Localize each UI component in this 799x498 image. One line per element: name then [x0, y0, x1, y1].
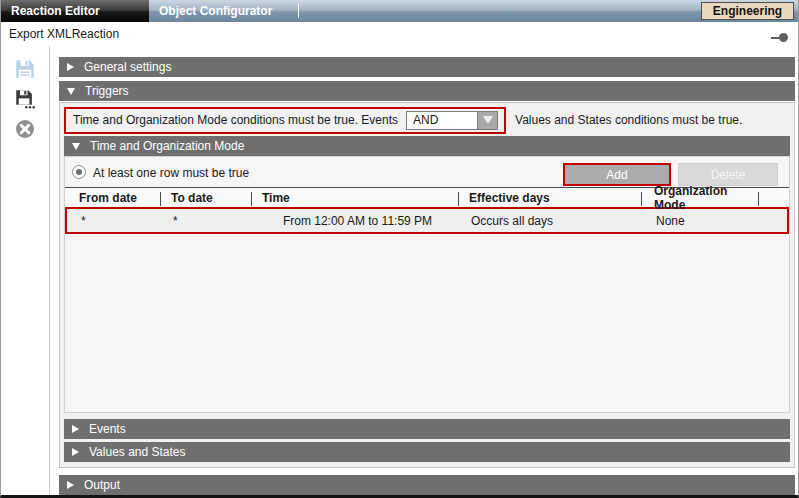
top-tab-bar: Reaction Editor Object Configurator Engi…: [1, 0, 798, 22]
dropdown-value: AND: [413, 113, 438, 127]
cell-spacer: [761, 209, 787, 232]
tab-divider: [298, 3, 299, 18]
section-label: General settings: [84, 60, 171, 74]
cancel-circle-icon: [15, 119, 35, 139]
tab-label: Object Configurator: [159, 4, 272, 18]
save-as-button[interactable]: [14, 88, 36, 110]
tab-reaction-editor[interactable]: Reaction Editor: [1, 0, 149, 22]
delete-button-label: Delete: [711, 168, 746, 182]
trigger-condition-row: Time and Organization Mode conditions mu…: [64, 106, 742, 134]
time-org-mode-panel: At least one row must be true Add Delete…: [64, 156, 790, 413]
section-header-output[interactable]: Output: [59, 475, 795, 495]
chevron-right-icon: [67, 63, 74, 71]
events-operator-dropdown[interactable]: AND: [406, 111, 498, 130]
column-header-to-date[interactable]: To date: [161, 192, 252, 206]
toolbar-sidebar: [1, 46, 50, 498]
reaction-editor-window: Reaction Editor Object Configurator Engi…: [0, 0, 799, 498]
tab-label: Reaction Editor: [11, 4, 100, 18]
editor-content: General settings Triggers Time and Organ…: [58, 46, 796, 498]
chevron-down-icon: [483, 116, 493, 124]
cell-to-date: *: [163, 209, 254, 232]
dropdown-button[interactable]: [477, 112, 497, 129]
column-header-effective-days[interactable]: Effective days: [459, 192, 642, 206]
mode-button-label: Engineering: [713, 4, 782, 18]
save-icon: [15, 59, 35, 79]
condition-text-before: Time and Organization Mode conditions mu…: [73, 113, 398, 127]
table-header-row: From date To date Time Effective days Or…: [65, 187, 789, 207]
section-header-values-and-states[interactable]: Values and States: [64, 442, 790, 462]
tab-object-configurator[interactable]: Object Configurator: [149, 0, 297, 22]
time-org-mode-controls: At least one row must be true Add Delete: [65, 161, 789, 185]
section-label: Events: [89, 422, 126, 436]
time-org-mode-table: From date To date Time Effective days Or…: [65, 187, 789, 234]
save-as-icon: [15, 89, 35, 109]
section-header-events[interactable]: Events: [64, 419, 790, 439]
section-header-general-settings[interactable]: General settings: [59, 57, 795, 77]
section-header-time-org-mode[interactable]: Time and Organization Mode: [64, 136, 790, 156]
cell-time: From 12:00 AM to 11:59 PM: [254, 209, 461, 232]
section-label: Time and Organization Mode: [90, 139, 244, 153]
add-button-label: Add: [606, 168, 627, 182]
condition-highlight-box: Time and Organization Mode conditions mu…: [64, 107, 506, 134]
cell-organization-mode: None: [644, 209, 761, 232]
section-header-triggers[interactable]: Triggers: [59, 81, 795, 101]
document-title-bar: Export XMLReaction: [1, 22, 798, 46]
delete-button[interactable]: Delete: [678, 163, 778, 186]
page-title: Export XMLReaction: [9, 27, 119, 41]
cell-effective-days: Occurs all days: [461, 209, 644, 232]
add-button[interactable]: Add: [563, 163, 671, 186]
engineering-mode-button[interactable]: Engineering: [701, 2, 794, 20]
pin-icon[interactable]: [771, 33, 788, 42]
condition-text-after: Values and States conditions must be tru…: [515, 113, 742, 127]
chevron-right-icon: [72, 425, 79, 433]
chevron-right-icon: [67, 481, 74, 489]
triggers-panel: Time and Organization Mode conditions mu…: [59, 102, 795, 468]
cancel-button[interactable]: [14, 118, 36, 140]
pin-head: [779, 33, 788, 42]
chevron-down-icon: [72, 143, 80, 150]
column-header-from-date[interactable]: From date: [65, 192, 161, 206]
column-header-time[interactable]: Time: [252, 192, 459, 206]
save-button[interactable]: [14, 58, 36, 80]
cell-from-date: *: [67, 209, 163, 232]
chevron-down-icon: [67, 88, 75, 95]
radio-label: At least one row must be true: [93, 166, 249, 180]
section-label: Values and States: [89, 445, 186, 459]
column-header-organization-mode[interactable]: Organization Mode: [642, 192, 759, 206]
at-least-one-row-radio[interactable]: [72, 165, 86, 179]
section-label: Output: [84, 478, 120, 492]
section-label: Triggers: [85, 84, 129, 98]
column-header-spacer: [759, 192, 789, 206]
chevron-right-icon: [72, 448, 79, 456]
